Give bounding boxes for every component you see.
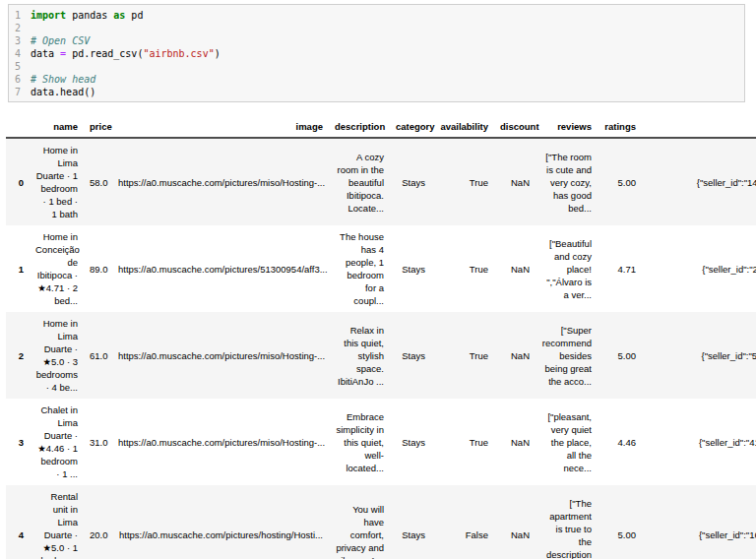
row-index: 4: [6, 485, 30, 559]
table-cell-discount: NaN: [494, 399, 536, 485]
line-number: 7: [9, 86, 31, 98]
table-cell-name: Home in Lima Duarte · 1 bedroom · 1 bed …: [30, 138, 84, 225]
table-cell-discount: NaN: [494, 485, 536, 559]
row-index: 0: [6, 138, 30, 225]
table-cell-reviews: ["pleasant, very quiet the place, all th…: [536, 399, 598, 485]
code-text: [31, 60, 36, 73]
table-cell-price: 58.0: [84, 138, 112, 225]
code-line[interactable]: 6# Show head: [9, 73, 744, 86]
code-line[interactable]: 3# Open CSV: [9, 34, 744, 47]
column-header-image: image: [112, 116, 329, 138]
code-text: data.head(): [31, 86, 95, 98]
code-text: # Open CSV: [31, 34, 90, 47]
column-header-seller: [642, 116, 756, 138]
line-number: 1: [9, 9, 31, 22]
column-header-reviews: reviews: [536, 116, 598, 138]
code-line[interactable]: 5: [9, 60, 744, 73]
table-cell-category: Stays: [390, 312, 431, 399]
column-header-category: category: [390, 116, 431, 138]
table-cell-price: 20.0: [84, 485, 112, 559]
table-cell-reviews: ["The room is cute and very cozy, has go…: [536, 138, 598, 225]
table-cell-seller: {"seller_id":"21165970","url":"htt: [642, 225, 756, 312]
table-cell-reviews: ["Super recommend besides being great th…: [536, 312, 598, 399]
table-row: 0Home in Lima Duarte · 1 bedroom · 1 bed…: [6, 138, 756, 225]
table-cell-seller: {"seller_id":"1481040","url":"https: [642, 138, 756, 225]
table-cell-category: Stays: [390, 485, 431, 559]
table-cell-description: A cozy room in the beautiful Ibitipoca. …: [329, 138, 390, 225]
code-cell[interactable]: 1import pandas as pd2 3# Open CSV4data =…: [8, 4, 745, 102]
code-line[interactable]: 4data = pd.read_csv("airbnb.csv"): [9, 47, 744, 60]
column-header-name: name: [30, 116, 84, 138]
table-cell-description: You will have comfort, privacy and silen…: [329, 485, 390, 559]
line-number: 4: [9, 47, 31, 60]
table-cell-category: Stays: [390, 399, 431, 485]
table-cell-name: Home in Conceição de Ibitipoca · ★4.71 ·…: [30, 225, 84, 312]
table-row: 2Home in Lima Duarte · ★5.0 · 3 bedrooms…: [6, 312, 756, 399]
table-cell-image: https://a0.muscache.com/pictures/miso/Ho…: [112, 312, 329, 399]
table-cell-availability: True: [431, 312, 494, 399]
row-index: 3: [6, 399, 30, 485]
table-cell-price: 61.0: [84, 312, 112, 399]
table-cell-price: 89.0: [84, 225, 112, 312]
table-cell-price: 31.0: [84, 399, 112, 485]
table-row: 4Rental unit in Lima Duarte · ★5.0 · 1 b…: [6, 485, 756, 559]
table-cell-availability: True: [431, 225, 494, 312]
table-cell-description: Relax in this quiet, stylish space. Ibit…: [329, 312, 390, 399]
table-cell-description: Embrace simplicity in this quiet, well-l…: [329, 399, 390, 485]
line-number: 6: [9, 73, 31, 86]
code-line[interactable]: 7data.head(): [9, 86, 744, 98]
column-header-price: price: [84, 116, 112, 138]
table-cell-image: https://a0.muscache.com/pictures/miso/Ho…: [112, 399, 329, 485]
table-cell-name: Rental unit in Lima Duarte · ★5.0 · 1 be…: [30, 485, 84, 559]
table-cell-description: The house has 4 people, 1 bedroom for a …: [329, 225, 390, 312]
table-cell-image: https://a0.muscache.com/pictures/hosting…: [112, 485, 329, 559]
column-header-description: description: [329, 116, 390, 138]
table-cell-seller: {"seller_id":"163849595","url":"ht: [642, 485, 756, 559]
table-cell-reviews: ["The apartment is true to the descripti…: [536, 485, 598, 559]
code-editor[interactable]: 1import pandas as pd2 3# Open CSV4data =…: [9, 9, 744, 98]
table-cell-availability: True: [431, 399, 494, 485]
code-text: [31, 22, 36, 34]
code-text: data = pd.read_csv("airbnb.csv"): [31, 47, 220, 60]
table-cell-category: Stays: [390, 138, 431, 225]
table-cell-ratings: 4.71: [598, 225, 642, 312]
table-header-row: namepriceimagedescriptioncategoryavailab…: [6, 116, 756, 138]
table-cell-ratings: 4.46: [598, 399, 642, 485]
table-cell-discount: NaN: [494, 138, 536, 225]
table-cell-ratings: 5.00: [598, 485, 642, 559]
table-cell-discount: NaN: [494, 312, 536, 399]
dataframe-table: namepriceimagedescriptioncategoryavailab…: [6, 116, 756, 559]
table-row: 1Home in Conceição de Ibitipoca · ★4.71 …: [6, 225, 756, 312]
column-header-discount: discount: [494, 116, 536, 138]
column-header-index: [6, 116, 30, 138]
table-row: 3Chalet in Lima Duarte · ★4.46 · 1 bedro…: [6, 399, 756, 485]
table-cell-image: https://a0.muscache.com/pictures/5130095…: [112, 225, 329, 312]
row-index: 2: [6, 312, 30, 399]
line-number: 2: [9, 22, 31, 34]
table-cell-reviews: ["Beautiful and cozy place! ","Álvaro is…: [536, 225, 598, 312]
line-number: 3: [9, 34, 31, 47]
table-cell-availability: True: [431, 138, 494, 225]
table-cell-image: https://a0.muscache.com/pictures/miso/Ho…: [112, 138, 329, 225]
code-line[interactable]: 2: [9, 22, 744, 34]
table-cell-ratings: 5.00: [598, 312, 642, 399]
dataframe-output: namepriceimagedescriptioncategoryavailab…: [6, 116, 756, 559]
table-cell-seller: {"seller_id":"418191044","url":"ht: [642, 399, 756, 485]
code-text: # Show head: [31, 73, 95, 86]
table-cell-category: Stays: [390, 225, 431, 312]
line-number: 5: [9, 60, 31, 73]
table-cell-seller: {"seller_id":"54262408","url":"htt: [642, 312, 756, 399]
table-cell-availability: False: [431, 485, 494, 559]
table-cell-name: Chalet in Lima Duarte · ★4.46 · 1 bedroo…: [30, 399, 84, 485]
dataframe-clip-area: namepriceimagedescriptioncategoryavailab…: [6, 116, 756, 559]
code-text: import pandas as pd: [31, 9, 143, 22]
row-index: 1: [6, 225, 30, 312]
table-cell-discount: NaN: [494, 225, 536, 312]
table-cell-ratings: 5.00: [598, 138, 642, 225]
code-line[interactable]: 1import pandas as pd: [9, 9, 744, 22]
column-header-availability: availability: [431, 116, 494, 138]
column-header-ratings: ratings: [598, 116, 642, 138]
table-cell-name: Home in Lima Duarte · ★5.0 · 3 bedrooms …: [30, 312, 84, 399]
